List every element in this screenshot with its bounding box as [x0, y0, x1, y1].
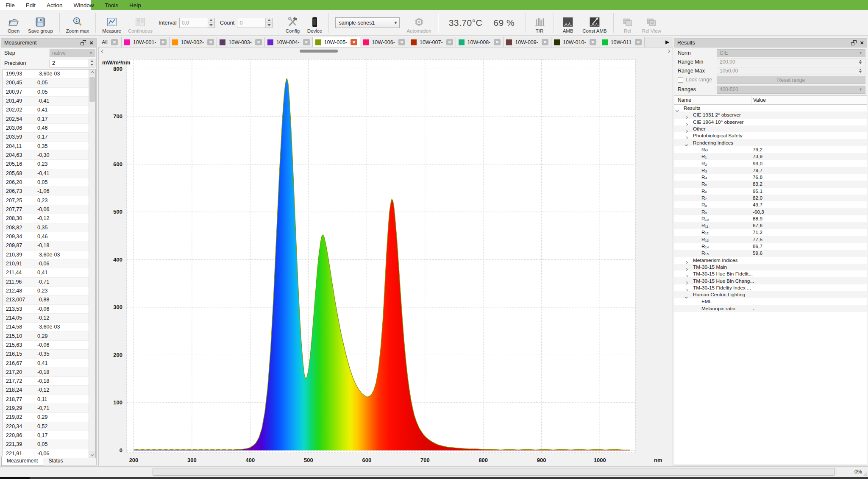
chart-tab-scrollbar[interactable] — [99, 47, 673, 54]
results-tree-row[interactable]: R₆95,1 — [674, 188, 867, 195]
results-tree-row[interactable]: Metamerism Indices — [674, 257, 867, 264]
measurement-row[interactable]: 209,340,46 — [3, 232, 89, 241]
measurement-row[interactable]: 207,250,23 — [3, 196, 89, 205]
tab-close-icon[interactable]: ✕ — [111, 39, 118, 45]
menu-item-action[interactable]: Action — [41, 2, 68, 8]
count-stepper[interactable]: 0 — [237, 18, 273, 28]
close-panel-icon[interactable]: × — [89, 40, 93, 45]
range-min-stepper[interactable]: 200,00 — [717, 58, 865, 66]
results-tree-row[interactable]: R₄76,8 — [674, 174, 867, 181]
results-tree-row[interactable]: R₁₂71,2 — [674, 229, 867, 236]
measurement-row[interactable]: 218,24-0,12 — [3, 386, 89, 395]
tab-close-icon[interactable]: ✕ — [255, 39, 262, 45]
measurement-row[interactable]: 204,110,35 — [3, 142, 89, 151]
results-tree-row[interactable]: R₉-60,3 — [674, 208, 867, 215]
tab-close-icon[interactable]: ✕ — [635, 39, 642, 45]
precision-stepper[interactable]: 2 — [50, 59, 95, 67]
measure-button[interactable]: Measure — [99, 11, 125, 34]
results-tree-row[interactable]: R₈49,7 — [674, 201, 867, 208]
results-tree-row[interactable]: R₁₁67,6 — [674, 222, 867, 229]
results-tree-row[interactable]: R₁₀88,9 — [674, 215, 867, 222]
name-column-header[interactable]: Name — [674, 96, 751, 104]
series-tab-10w-004[interactable]: 10W-004-✕ — [265, 37, 313, 47]
open-button[interactable]: Open — [3, 11, 25, 34]
measurement-row[interactable]: 206,73-1,06 — [3, 187, 89, 196]
float-panel-icon[interactable] — [851, 40, 857, 45]
close-panel-icon[interactable]: × — [860, 40, 864, 45]
results-tree-row[interactable]: TM-30-15 Hue Bin Chang... — [674, 277, 867, 284]
measurement-row[interactable]: 216,15-0,35 — [3, 350, 89, 359]
results-tree-row[interactable]: Human Centric Lighting — [674, 291, 867, 298]
measurement-row[interactable]: 204,63-0,30 — [3, 151, 89, 160]
measurement-row[interactable]: 214,05-0,12 — [3, 314, 89, 323]
series-tab-10w-010[interactable]: 10W-010-✕ — [551, 37, 599, 47]
step-select[interactable]: native ▼ — [50, 49, 95, 57]
measurement-row[interactable]: 200,450,05 — [3, 78, 89, 87]
results-tree-row[interactable]: TM-30-15 Fidelity Index ... — [674, 284, 867, 291]
range-max-spin-arrows[interactable] — [859, 69, 862, 73]
rel-button[interactable]: Rel — [617, 11, 639, 34]
series-tab-10w-008[interactable]: 10W-008-✕ — [456, 37, 504, 47]
save-group-button[interactable]: Save group — [25, 11, 56, 34]
results-tree-row[interactable]: R₃79,7 — [674, 167, 867, 174]
measurement-row[interactable]: 214,58-3,60e-03 — [3, 323, 89, 331]
results-tree-row[interactable]: CIE 1964 10° observer — [674, 119, 867, 125]
count-spin-arrows[interactable] — [265, 18, 272, 28]
ranges-select[interactable]: 400-500 ▼ — [717, 86, 865, 94]
measurement-row[interactable]: 211,96-0,71 — [3, 278, 89, 287]
measurement-row[interactable]: 215,63-0,06 — [3, 341, 89, 350]
value-column-header[interactable]: Value — [751, 97, 766, 103]
automation-button[interactable]: ⚙ Automation — [403, 11, 434, 34]
measurement-row[interactable]: 202,540,17 — [3, 115, 89, 124]
interval-spin-arrows[interactable] — [208, 18, 214, 28]
results-tree-row[interactable]: EML- — [674, 298, 867, 305]
results-tree-row[interactable]: R₁₃77,5 — [674, 236, 867, 243]
results-tree-row[interactable]: R₁₅59,6 — [674, 250, 867, 256]
config-button[interactable]: Config — [281, 11, 303, 34]
measurement-row[interactable]: 200,970,05 — [3, 88, 89, 97]
continuous-button[interactable]: Continuous — [125, 11, 156, 34]
measurement-row[interactable]: 213,007-0,88 — [3, 295, 89, 304]
const-amb-button[interactable]: Const AMB — [579, 11, 610, 34]
scroll-down-arrow-icon[interactable] — [89, 451, 95, 458]
series-tab-10w-003[interactable]: 10W-003-✕ — [217, 37, 265, 47]
measurement-row[interactable]: 219,820,29 — [3, 413, 89, 422]
series-tab-10w-006[interactable]: 10W-006-✕ — [360, 37, 408, 47]
measurement-row[interactable]: 206,200,05 — [3, 178, 89, 187]
interval-value[interactable]: 0,0 — [180, 18, 208, 28]
tab-close-icon[interactable]: ✕ — [303, 39, 310, 45]
measurement-row[interactable]: 199,93-3,60e-03 — [3, 70, 89, 78]
results-tree-row[interactable]: R₇82,0 — [674, 195, 867, 201]
tab-close-icon[interactable]: ✕ — [351, 39, 357, 45]
count-value[interactable]: 0 — [237, 18, 265, 28]
measurement-row[interactable]: 220,340,52 — [3, 422, 89, 431]
series-combobox[interactable]: sample-series1 ▼ — [335, 17, 400, 28]
tr-button[interactable]: T/R — [529, 11, 551, 34]
zoom-max-button[interactable]: Zoom max — [63, 11, 92, 34]
tab-close-icon[interactable]: ✕ — [398, 39, 405, 45]
scroll-right-arrow-icon[interactable] — [665, 48, 672, 54]
scrollbar-thumb[interactable] — [300, 50, 338, 53]
scroll-up-arrow-icon[interactable] — [89, 70, 95, 76]
measurement-row[interactable]: 211,440,41 — [3, 268, 89, 277]
measurement-row[interactable]: 210,91-0,06 — [3, 259, 89, 268]
results-tree-row[interactable]: R₅83,2 — [674, 181, 867, 187]
results-tree-row[interactable]: TM-30-15 Hue Bin Fidelit... — [674, 270, 867, 277]
interval-stepper[interactable]: 0,0 — [179, 18, 215, 28]
tab-measurement[interactable]: Measurement — [1, 457, 43, 466]
float-panel-icon[interactable] — [81, 40, 86, 45]
results-tree-row[interactable]: Results — [674, 105, 867, 111]
range-max-stepper[interactable]: 1050,00 — [717, 67, 865, 75]
results-tree-row[interactable]: R₁₄86,7 — [674, 243, 867, 250]
menu-item-help[interactable]: Help — [124, 2, 147, 8]
tab-close-icon[interactable]: ✕ — [494, 39, 501, 45]
lock-range-checkbox[interactable] — [678, 77, 683, 83]
precision-spin-arrows[interactable] — [89, 59, 95, 67]
series-tab-10w-002[interactable]: 10W-002-✕ — [170, 37, 217, 47]
menu-item-file[interactable]: File — [0, 2, 20, 8]
measurement-row[interactable]: 205,160,23 — [3, 160, 89, 169]
menu-item-edit[interactable]: Edit — [20, 2, 41, 8]
measurement-row[interactable]: 210,39-3,60e-03 — [3, 251, 89, 259]
scrollbar-thumb[interactable] — [89, 77, 95, 102]
measurement-row[interactable]: 203,590,17 — [3, 133, 89, 142]
